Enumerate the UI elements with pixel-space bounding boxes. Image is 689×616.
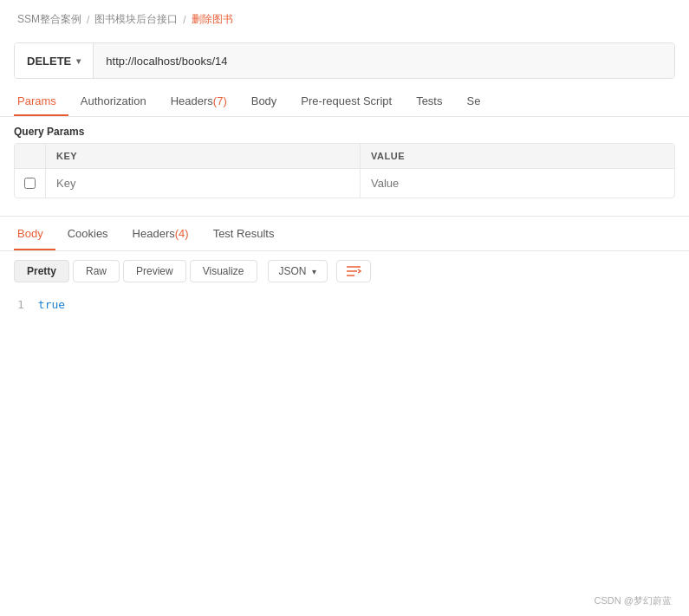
row-checkbox[interactable] — [15, 169, 46, 198]
response-headers-badge: (4) — [175, 227, 189, 240]
row-key-cell — [46, 169, 361, 198]
value-input[interactable] — [361, 169, 674, 198]
code-output: 1 true — [0, 291, 689, 325]
tab-settings[interactable]: Se — [454, 86, 492, 116]
method-selector[interactable]: DELETE ▾ — [15, 43, 94, 78]
format-bar: Pretty Raw Preview Visualize JSON ▾ — [0, 251, 689, 291]
col-key-header: KEY — [46, 144, 361, 168]
format-type-chevron-icon: ▾ — [312, 267, 316, 276]
key-input[interactable] — [46, 169, 360, 198]
wrap-text-icon[interactable] — [336, 260, 371, 282]
breadcrumb-item-1[interactable]: SSM整合案例 — [17, 12, 81, 27]
tab-body[interactable]: Body — [239, 86, 289, 116]
url-input[interactable] — [94, 43, 674, 78]
method-label: DELETE — [27, 55, 71, 68]
breadcrumb-item-2[interactable]: 图书模块后台接口 — [94, 12, 178, 27]
params-table-header: KEY VALUE — [15, 144, 674, 169]
format-raw-button[interactable]: Raw — [73, 260, 120, 282]
request-bar: DELETE ▾ — [14, 42, 675, 79]
query-params-label: Query Params — [0, 117, 689, 143]
headers-badge: (7) — [213, 94, 227, 107]
tab-params[interactable]: Params — [14, 86, 68, 116]
response-tabs-bar: Body Cookies Headers(4) Test Results — [0, 217, 689, 251]
tab-headers[interactable]: Headers(7) — [159, 86, 239, 116]
tab-tests[interactable]: Tests — [404, 86, 454, 116]
col-value-header: VALUE — [361, 144, 674, 168]
response-tab-cookies[interactable]: Cookies — [55, 217, 120, 250]
format-pretty-button[interactable]: Pretty — [14, 260, 69, 282]
params-table: KEY VALUE — [14, 143, 675, 198]
response-tab-test-results[interactable]: Test Results — [201, 217, 287, 250]
params-row-1 — [15, 169, 674, 198]
breadcrumb-sep-1: / — [87, 14, 89, 26]
response-section: Body Cookies Headers(4) Test Results Pre… — [0, 217, 689, 325]
tab-authorization[interactable]: Authorization — [68, 86, 159, 116]
row-value-cell — [361, 169, 674, 198]
line-numbers: 1 — [17, 298, 24, 311]
request-tabs-bar: Params Authorization Headers(7) Body Pre… — [0, 86, 689, 117]
code-true-value: true — [38, 298, 65, 311]
breadcrumb-current: 删除图书 — [192, 12, 233, 27]
breadcrumb: SSM整合案例 / 图书模块后台接口 / 删除图书 — [0, 0, 689, 36]
row-check-input[interactable] — [24, 178, 36, 189]
format-preview-button[interactable]: Preview — [123, 260, 186, 282]
tab-prerequest[interactable]: Pre-request Script — [289, 86, 404, 116]
col-check-header — [15, 144, 46, 168]
format-visualize-button[interactable]: Visualize — [190, 260, 257, 282]
format-type-label: JSON — [279, 265, 307, 277]
response-tab-headers[interactable]: Headers(4) — [120, 217, 201, 250]
response-tab-body[interactable]: Body — [14, 217, 55, 250]
code-content: true — [38, 298, 65, 311]
breadcrumb-sep-2: / — [183, 14, 185, 26]
format-type-select[interactable]: JSON ▾ — [268, 260, 328, 282]
method-chevron-icon: ▾ — [76, 56, 81, 66]
